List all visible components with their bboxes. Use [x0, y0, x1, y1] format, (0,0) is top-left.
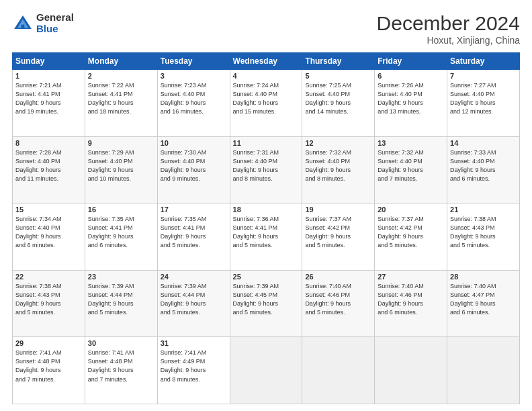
day-number: 7: [450, 72, 517, 80]
day-number: 9: [88, 139, 154, 147]
logo: General Blue: [12, 12, 74, 34]
week-row-2: 8Sunrise: 7:28 AM Sunset: 4:40 PM Daylig…: [13, 136, 520, 203]
day-detail: Sunrise: 7:40 AM Sunset: 4:46 PM Dayligh…: [305, 282, 371, 317]
day-number: 16: [88, 205, 154, 214]
day-cell: 25Sunrise: 7:39 AM Sunset: 4:45 PM Dayli…: [230, 270, 302, 337]
day-cell: 17Sunrise: 7:35 AM Sunset: 4:41 PM Dayli…: [157, 203, 230, 271]
day-cell: 30Sunrise: 7:41 AM Sunset: 4:48 PM Dayli…: [85, 337, 157, 404]
day-number: 31: [161, 339, 227, 347]
day-cell: 24Sunrise: 7:39 AM Sunset: 4:44 PM Dayli…: [157, 270, 230, 337]
day-cell: 9Sunrise: 7:29 AM Sunset: 4:40 PM Daylig…: [85, 136, 157, 203]
day-cell: 22Sunrise: 7:38 AM Sunset: 4:43 PM Dayli…: [13, 270, 85, 337]
day-number: 4: [233, 72, 300, 80]
day-detail: Sunrise: 7:38 AM Sunset: 4:43 PM Dayligh…: [450, 215, 517, 250]
day-number: 26: [305, 273, 371, 281]
logo-general-text: General: [36, 12, 74, 24]
day-detail: Sunrise: 7:33 AM Sunset: 4:40 PM Dayligh…: [450, 148, 517, 183]
header: General Blue December 2024 Hoxut, Xinjia…: [12, 12, 520, 46]
weekday-header-sunday: Sunday: [13, 53, 85, 70]
day-cell: 10Sunrise: 7:30 AM Sunset: 4:40 PM Dayli…: [157, 136, 230, 203]
day-detail: Sunrise: 7:38 AM Sunset: 4:43 PM Dayligh…: [15, 282, 82, 317]
day-number: 21: [450, 205, 517, 214]
day-detail: Sunrise: 7:34 AM Sunset: 4:40 PM Dayligh…: [15, 215, 82, 250]
day-detail: Sunrise: 7:41 AM Sunset: 4:49 PM Dayligh…: [161, 349, 227, 383]
day-number: 18: [233, 205, 300, 214]
week-row-5: 29Sunrise: 7:41 AM Sunset: 4:48 PM Dayli…: [13, 337, 520, 404]
day-detail: Sunrise: 7:39 AM Sunset: 4:45 PM Dayligh…: [233, 282, 300, 317]
day-cell: 28Sunrise: 7:40 AM Sunset: 4:47 PM Dayli…: [447, 270, 520, 337]
day-cell: 12Sunrise: 7:32 AM Sunset: 4:40 PM Dayli…: [302, 136, 375, 203]
day-number: 19: [305, 205, 371, 214]
day-detail: Sunrise: 7:40 AM Sunset: 4:46 PM Dayligh…: [378, 282, 444, 317]
day-number: 28: [450, 273, 517, 281]
day-detail: Sunrise: 7:24 AM Sunset: 4:40 PM Dayligh…: [233, 81, 300, 116]
calendar-body: 1Sunrise: 7:21 AM Sunset: 4:41 PM Daylig…: [13, 70, 520, 404]
day-number: 14: [450, 139, 517, 147]
day-number: 12: [305, 139, 371, 147]
day-detail: Sunrise: 7:29 AM Sunset: 4:40 PM Dayligh…: [88, 148, 154, 183]
day-detail: Sunrise: 7:41 AM Sunset: 4:48 PM Dayligh…: [88, 349, 154, 383]
day-detail: Sunrise: 7:32 AM Sunset: 4:40 PM Dayligh…: [378, 148, 444, 183]
day-detail: Sunrise: 7:40 AM Sunset: 4:47 PM Dayligh…: [450, 282, 517, 317]
day-number: 11: [233, 139, 300, 147]
day-cell: 16Sunrise: 7:35 AM Sunset: 4:41 PM Dayli…: [85, 203, 157, 271]
day-detail: Sunrise: 7:39 AM Sunset: 4:44 PM Dayligh…: [88, 282, 154, 317]
day-cell: 27Sunrise: 7:40 AM Sunset: 4:46 PM Dayli…: [375, 270, 447, 337]
calendar-table: SundayMondayTuesdayWednesdayThursdayFrid…: [12, 52, 520, 404]
week-row-1: 1Sunrise: 7:21 AM Sunset: 4:41 PM Daylig…: [13, 70, 520, 137]
day-detail: Sunrise: 7:22 AM Sunset: 4:41 PM Dayligh…: [88, 81, 154, 116]
day-cell: 11Sunrise: 7:31 AM Sunset: 4:40 PM Dayli…: [230, 136, 302, 203]
day-cell: 3Sunrise: 7:23 AM Sunset: 4:40 PM Daylig…: [157, 70, 230, 137]
day-cell: [230, 337, 302, 404]
weekday-header-row: SundayMondayTuesdayWednesdayThursdayFrid…: [13, 53, 520, 70]
day-detail: Sunrise: 7:37 AM Sunset: 4:42 PM Dayligh…: [378, 215, 444, 250]
day-cell: 26Sunrise: 7:40 AM Sunset: 4:46 PM Dayli…: [302, 270, 375, 337]
day-detail: Sunrise: 7:30 AM Sunset: 4:40 PM Dayligh…: [161, 148, 227, 183]
weekday-header-monday: Monday: [85, 53, 157, 70]
weekday-header-saturday: Saturday: [447, 53, 520, 70]
day-number: 13: [378, 139, 444, 147]
title-block: December 2024 Hoxut, Xinjiang, China: [377, 12, 520, 46]
day-cell: 5Sunrise: 7:25 AM Sunset: 4:40 PM Daylig…: [302, 70, 375, 137]
week-row-4: 22Sunrise: 7:38 AM Sunset: 4:43 PM Dayli…: [13, 270, 520, 337]
day-cell: 1Sunrise: 7:21 AM Sunset: 4:41 PM Daylig…: [13, 70, 85, 137]
day-detail: Sunrise: 7:41 AM Sunset: 4:48 PM Dayligh…: [15, 349, 82, 383]
day-cell: 15Sunrise: 7:34 AM Sunset: 4:40 PM Dayli…: [13, 203, 85, 271]
day-number: 8: [15, 139, 82, 147]
day-number: 5: [305, 72, 371, 80]
week-row-3: 15Sunrise: 7:34 AM Sunset: 4:40 PM Dayli…: [13, 203, 520, 271]
day-cell: 6Sunrise: 7:26 AM Sunset: 4:40 PM Daylig…: [375, 70, 447, 137]
day-cell: 23Sunrise: 7:39 AM Sunset: 4:44 PM Dayli…: [85, 270, 157, 337]
day-number: 20: [378, 205, 444, 214]
day-detail: Sunrise: 7:37 AM Sunset: 4:42 PM Dayligh…: [305, 215, 371, 250]
day-cell: 13Sunrise: 7:32 AM Sunset: 4:40 PM Dayli…: [375, 136, 447, 203]
day-detail: Sunrise: 7:35 AM Sunset: 4:41 PM Dayligh…: [161, 215, 227, 250]
month-title: December 2024: [377, 12, 520, 35]
day-number: 30: [88, 339, 154, 347]
day-cell: 4Sunrise: 7:24 AM Sunset: 4:40 PM Daylig…: [230, 70, 302, 137]
day-cell: 21Sunrise: 7:38 AM Sunset: 4:43 PM Dayli…: [447, 203, 520, 271]
logo-blue-text: Blue: [36, 24, 74, 35]
day-cell: [375, 337, 447, 404]
day-number: 3: [161, 72, 227, 80]
day-number: 1: [15, 72, 82, 80]
day-cell: 20Sunrise: 7:37 AM Sunset: 4:42 PM Dayli…: [375, 203, 447, 271]
day-number: 27: [378, 273, 444, 281]
day-cell: 29Sunrise: 7:41 AM Sunset: 4:48 PM Dayli…: [13, 337, 85, 404]
weekday-header-thursday: Thursday: [302, 53, 375, 70]
day-number: 17: [161, 205, 227, 214]
day-cell: 31Sunrise: 7:41 AM Sunset: 4:49 PM Dayli…: [157, 337, 230, 404]
weekday-header-friday: Friday: [375, 53, 447, 70]
day-number: 24: [161, 273, 227, 281]
logo-text: General Blue: [36, 12, 74, 34]
weekday-header-wednesday: Wednesday: [230, 53, 302, 70]
day-detail: Sunrise: 7:28 AM Sunset: 4:40 PM Dayligh…: [15, 148, 82, 183]
day-number: 15: [15, 205, 82, 214]
day-detail: Sunrise: 7:35 AM Sunset: 4:41 PM Dayligh…: [88, 215, 154, 250]
day-number: 6: [378, 72, 444, 80]
day-detail: Sunrise: 7:23 AM Sunset: 4:40 PM Dayligh…: [161, 81, 227, 116]
day-cell: 8Sunrise: 7:28 AM Sunset: 4:40 PM Daylig…: [13, 136, 85, 203]
day-detail: Sunrise: 7:25 AM Sunset: 4:40 PM Dayligh…: [305, 81, 371, 116]
day-cell: 18Sunrise: 7:36 AM Sunset: 4:41 PM Dayli…: [230, 203, 302, 271]
day-detail: Sunrise: 7:32 AM Sunset: 4:40 PM Dayligh…: [305, 148, 371, 183]
